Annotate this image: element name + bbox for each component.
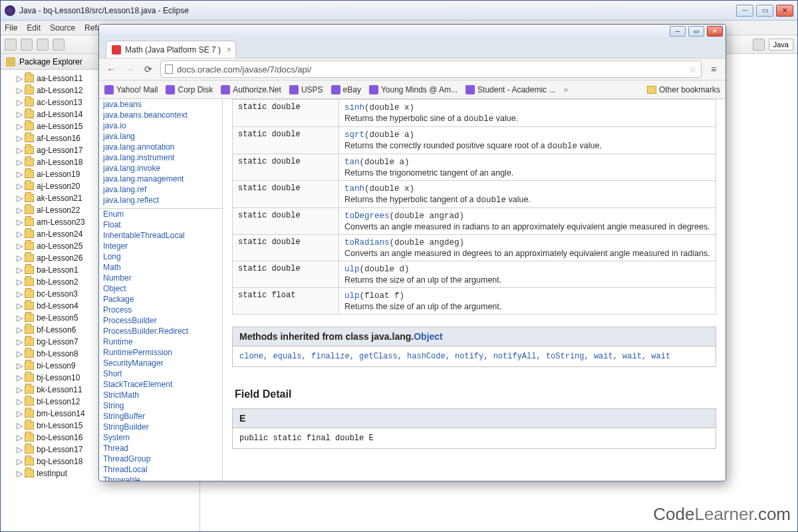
package-link[interactable]: java.io (99, 120, 222, 131)
other-bookmarks[interactable]: Other bookmarks (647, 85, 720, 94)
method-link[interactable]: sinh (344, 103, 364, 112)
class-link[interactable]: RuntimePermission (99, 347, 222, 358)
package-link[interactable]: java.lang.management (99, 174, 222, 184)
class-link[interactable]: Short (99, 368, 222, 379)
minimize-button[interactable]: ─ (736, 5, 753, 17)
class-link[interactable]: StackTraceElement (99, 379, 222, 390)
object-class-link[interactable]: Object (414, 331, 443, 342)
class-link[interactable]: ThreadLocal (99, 464, 222, 475)
class-link[interactable]: SecurityManager (99, 358, 222, 368)
class-link[interactable]: Integer (99, 241, 222, 251)
method-link[interactable]: toRadians (344, 238, 390, 247)
watermark: CodeLearner.com (653, 504, 791, 525)
class-link[interactable]: Package (99, 294, 222, 305)
bookmark-item[interactable]: Young Minds @ Am... (369, 85, 458, 94)
method-row: static doubletoDegrees(double angrad)Con… (233, 208, 716, 235)
package-link[interactable]: java.lang.instrument (99, 152, 222, 163)
class-link[interactable]: StringBuffer (99, 411, 222, 422)
package-link[interactable]: java.lang.ref (99, 184, 222, 195)
chrome-titlebar: ─ ▭ ✕ (99, 25, 726, 39)
method-row: static doublesinh(double x)Returns the h… (233, 100, 716, 127)
class-link[interactable]: Long (99, 251, 222, 262)
class-list-frame[interactable]: EnumFloatInheritableThreadLocalIntegerLo… (99, 209, 222, 481)
reload-button[interactable]: ⟳ (142, 63, 155, 76)
package-link[interactable]: java.lang.annotation (99, 142, 222, 152)
class-link[interactable]: Process (99, 305, 222, 315)
menu-edit[interactable]: Edit (27, 23, 41, 33)
class-link[interactable]: String (99, 400, 222, 411)
chrome-minimize-button[interactable]: ─ (670, 26, 686, 37)
class-link[interactable]: InheritableThreadLocal (99, 230, 222, 241)
build-icon[interactable] (53, 39, 65, 51)
bookmark-item[interactable]: Student - Academic ... (466, 85, 555, 94)
chrome-maximize-button[interactable]: ▭ (688, 26, 704, 37)
maximize-button[interactable]: ▭ (756, 5, 773, 17)
method-row: static doubletanh(double x)Returns the h… (233, 181, 716, 208)
open-perspective-icon[interactable] (753, 39, 765, 51)
method-row: static doublesqrt(double a)Returns the c… (233, 127, 716, 154)
bookmarks-overflow-icon[interactable]: » (563, 85, 568, 94)
new-icon[interactable] (5, 39, 17, 51)
class-link[interactable]: Runtime (99, 336, 222, 347)
class-link[interactable]: Thread (99, 443, 222, 454)
method-link[interactable]: toDegrees (344, 211, 390, 221)
class-link[interactable]: Throwable (99, 475, 222, 481)
bookmark-item[interactable]: eBay (331, 85, 361, 94)
package-list-frame[interactable]: java.beansjava.beans.beancontextjava.ioj… (99, 99, 222, 209)
url-bar[interactable]: docs.oracle.com/javase/7/docs/api/ ☆ (160, 61, 702, 78)
bookmark-star-icon[interactable]: ☆ (689, 65, 697, 74)
save-icon[interactable] (21, 39, 33, 51)
method-row: static doubleulp(double d)Returns the si… (233, 261, 716, 288)
bookmark-item[interactable]: Yahoo! Mail (104, 85, 158, 94)
class-link[interactable]: StringBuilder (99, 422, 222, 432)
method-row: static doubletan(double a)Returns the tr… (233, 154, 716, 181)
tab-close-icon[interactable]: × (227, 45, 231, 55)
page-icon (165, 65, 173, 74)
class-link[interactable]: Number (99, 273, 222, 283)
browser-tab[interactable]: Math (Java Platform SE 7 ) × (106, 41, 236, 58)
class-link[interactable]: System (99, 432, 222, 443)
menu-icon[interactable]: ≡ (707, 63, 720, 76)
class-link[interactable]: Object (99, 283, 222, 294)
inherited-methods-list: clone, equals, finalize, getClass, hashC… (232, 346, 716, 367)
close-button[interactable]: ✕ (776, 5, 793, 17)
method-row: static doubletoRadians(double angdeg)Con… (233, 235, 716, 261)
method-link[interactable]: tan (344, 158, 360, 167)
menu-source[interactable]: Source (50, 23, 75, 33)
menu-file[interactable]: File (5, 23, 17, 33)
tab-title: Math (Java Platform SE 7 ) (125, 45, 221, 55)
package-link[interactable]: java.lang.invoke (99, 163, 222, 174)
eclipse-titlebar: Java - bq-Lesson18/src/Lesson18.java - E… (1, 1, 797, 21)
field-name: E (233, 409, 716, 428)
back-button[interactable]: ← (104, 63, 118, 76)
chrome-tabstrip: Math (Java Platform SE 7 ) × (99, 39, 726, 58)
bookmark-item[interactable]: USPS (289, 85, 323, 94)
package-link[interactable]: java.beans (99, 99, 222, 110)
class-link[interactable]: ProcessBuilder.Redirect (99, 326, 222, 336)
package-link[interactable]: java.lang.reflect (99, 195, 222, 205)
method-link[interactable]: tanh (344, 184, 364, 194)
class-link[interactable]: Float (99, 219, 222, 230)
chrome-close-button[interactable]: ✕ (707, 26, 723, 37)
class-link[interactable]: StrictMath (99, 390, 222, 400)
class-link[interactable]: ProcessBuilder (99, 315, 222, 326)
method-link[interactable]: sqrt (344, 130, 364, 140)
package-link[interactable]: java.beans.beancontext (99, 110, 222, 120)
bookmark-item[interactable]: Authorize.Net (221, 85, 281, 94)
package-link[interactable]: java.lang (99, 131, 222, 142)
inherited-methods-header: Methods inherited from class java.lang.O… (232, 327, 716, 346)
method-link[interactable]: ulp (344, 265, 360, 274)
class-link[interactable]: ThreadGroup (99, 454, 222, 464)
java-perspective-badge[interactable]: Java (769, 39, 793, 51)
class-link[interactable]: Math (99, 262, 222, 273)
bookmarks-bar: Yahoo! MailCorp DiskAuthorize.NetUSPSeBa… (99, 80, 726, 99)
method-link[interactable]: ulp (344, 291, 360, 301)
save-all-icon[interactable] (37, 39, 49, 51)
chrome-window: ─ ▭ ✕ Math (Java Platform SE 7 ) × ← → ⟳… (98, 24, 726, 481)
class-link[interactable]: Enum (99, 209, 222, 219)
javadoc-main-frame[interactable]: static doublesinh(double x)Returns the h… (223, 99, 726, 481)
oracle-favicon (112, 45, 121, 55)
javadoc-left-frames: java.beansjava.beans.beancontextjava.ioj… (99, 99, 223, 481)
bookmark-item[interactable]: Corp Disk (166, 85, 213, 94)
forward-button[interactable]: → (123, 63, 136, 76)
